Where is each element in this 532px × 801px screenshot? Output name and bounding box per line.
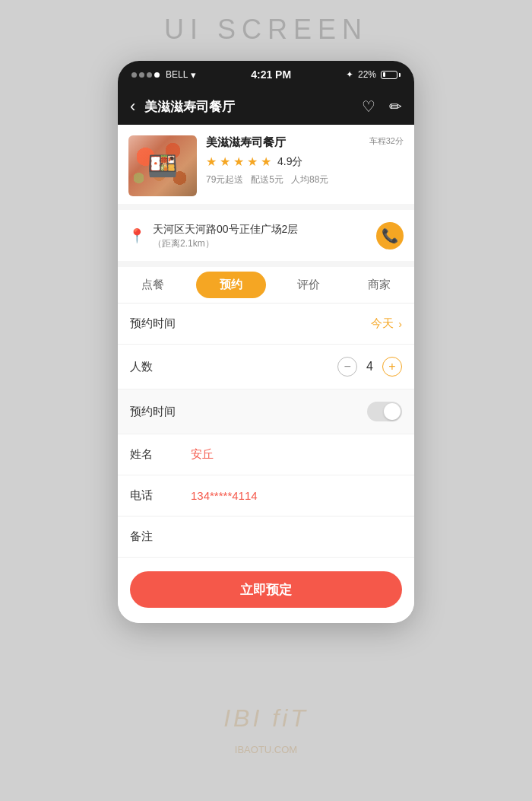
submit-area: 立即预定: [118, 558, 414, 623]
battery-fill: [383, 72, 386, 77]
signal-dots: [131, 72, 160, 78]
form-section: 预约时间 今天 › 人数 − 4 + 预约时间: [118, 304, 414, 558]
delivery-fee: 配送5元: [251, 173, 283, 186]
star-5: ★: [261, 154, 271, 169]
status-bar: BELL ▾ 4:21 PM ✦ 22%: [118, 61, 414, 88]
battery-bar: [381, 71, 397, 79]
delivery-min: 79元起送: [206, 173, 243, 186]
address-row: 📍 天河区天河路00号正佳广场2层 （距离2.1km） 📞: [118, 210, 414, 267]
increment-button[interactable]: +: [382, 357, 402, 377]
counter-value: 4: [366, 360, 373, 373]
name-label: 姓名: [130, 447, 191, 462]
name-input[interactable]: 安丘: [191, 447, 214, 462]
star-2: ★: [220, 154, 230, 169]
avg-price: 人均88元: [291, 173, 328, 186]
tab-reserve[interactable]: 预约: [196, 272, 267, 298]
time-toggle[interactable]: [367, 402, 402, 421]
phone-icon: 📞: [382, 227, 398, 244]
name-row[interactable]: 姓名 安丘: [118, 434, 414, 475]
star-4: ★: [247, 154, 258, 169]
call-button[interactable]: 📞: [376, 222, 404, 250]
address-sub: （距离2.1km）: [153, 237, 298, 250]
status-left: BELL ▾: [131, 69, 196, 81]
phone-row[interactable]: 电话 134*****4114: [118, 475, 414, 517]
phone-frame: BELL ▾ 4:21 PM ✦ 22% ‹ 美滋滋寿司餐厅 ♡ ✏ 美滋滋寿司…: [118, 61, 414, 623]
time-slot-row[interactable]: 预约时间: [118, 389, 414, 434]
time-slot-label: 预约时间: [130, 405, 191, 419]
edit-button[interactable]: ✏: [389, 97, 402, 116]
battery-pct: 22%: [358, 69, 376, 80]
rating-number: 4.9分: [277, 155, 302, 169]
signal-dot-2: [139, 72, 144, 78]
favorite-button[interactable]: ♡: [362, 97, 375, 116]
star-1: ★: [206, 154, 217, 169]
battery-tip: [399, 73, 401, 77]
tab-review[interactable]: 评价: [274, 267, 344, 303]
phone-input[interactable]: 134*****4114: [191, 489, 258, 502]
reserve-time-value: 今天: [371, 316, 394, 331]
location-icon: 📍: [128, 227, 145, 244]
reserve-time-row[interactable]: 预约时间 今天 ›: [118, 304, 414, 345]
battery-indicator: [381, 71, 401, 79]
people-label: 人数: [130, 360, 191, 374]
decrement-button[interactable]: −: [337, 357, 357, 377]
carrier-label: BELL: [166, 69, 188, 80]
submit-button[interactable]: 立即预定: [130, 571, 402, 608]
restaurant-image: [128, 135, 197, 196]
stars-row: ★ ★ ★ ★ ★ 4.9分: [206, 154, 404, 169]
people-count-row: 人数 − 4 +: [118, 345, 414, 389]
nav-icons: ♡ ✏: [362, 97, 402, 116]
restaurant-meta: 79元起送 配送5元 人均88元: [206, 173, 404, 186]
watermark-site: IBAOTU.COM: [235, 744, 297, 755]
signal-dot-4: [154, 72, 160, 78]
note-label: 备注: [130, 529, 191, 544]
reserve-time-value-group: 今天 ›: [371, 316, 402, 331]
watermark-text: IBI fiT: [223, 704, 309, 733]
time-slot-toggle-group: [367, 402, 402, 421]
tab-order[interactable]: 点餐: [118, 267, 188, 303]
reserve-time-label: 预约时间: [130, 316, 191, 331]
counter-widget: − 4 +: [337, 357, 402, 377]
people-counter: − 4 +: [337, 357, 402, 377]
chevron-icon: ›: [398, 318, 402, 330]
signal-dot-1: [131, 72, 137, 78]
nav-bar: ‹ 美滋滋寿司餐厅 ♡ ✏: [118, 88, 414, 125]
wifi-icon: ▾: [191, 69, 196, 81]
tabs-row: 点餐 预约 评价 商家: [118, 267, 414, 304]
star-3: ★: [233, 154, 244, 169]
signal-dot-3: [147, 72, 152, 78]
address-info: 天河区天河路00号正佳广场2层 （距离2.1km）: [153, 221, 298, 250]
phone-label: 电话: [130, 488, 191, 503]
back-button[interactable]: ‹: [130, 97, 135, 116]
time-display: 4:21 PM: [251, 68, 291, 81]
toggle-knob: [384, 403, 401, 420]
restaurant-card: 美滋滋寿司餐厅 ★ ★ ★ ★ ★ 4.9分 79元起送 配送5元 人均88元 …: [118, 125, 414, 210]
address-main: 天河区天河路00号正佳广场2层: [153, 221, 298, 237]
status-right: ✦ 22%: [346, 69, 401, 80]
bluetooth-icon: ✦: [346, 69, 353, 80]
bg-title: UI SCREEN: [164, 14, 368, 46]
note-row[interactable]: 备注: [118, 517, 414, 558]
tab-merchant[interactable]: 商家: [344, 267, 415, 303]
drive-distance: 车程32分: [369, 135, 404, 147]
nav-title: 美滋滋寿司餐厅: [144, 98, 353, 116]
